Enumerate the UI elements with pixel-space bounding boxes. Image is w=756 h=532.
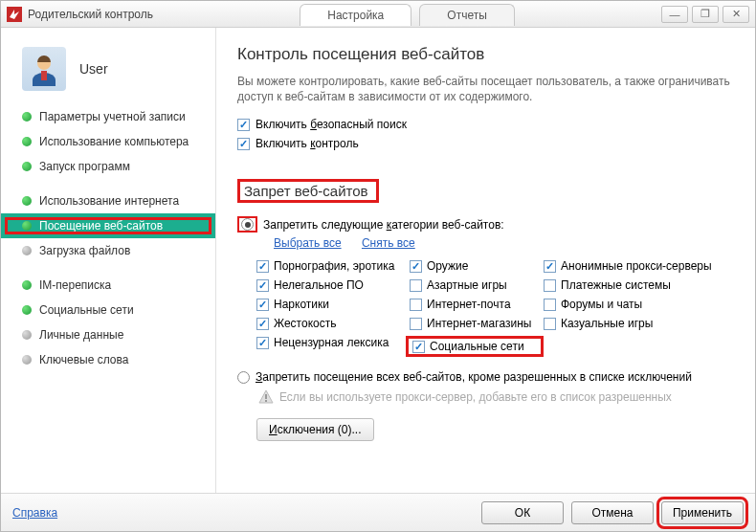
- tab-bar: Настройка Отчеты: [153, 3, 661, 25]
- category-item[interactable]: Нецензурная лексика: [256, 336, 410, 349]
- category-label: Казуальные игры: [561, 317, 653, 330]
- tab-settings[interactable]: Настройка: [300, 4, 411, 26]
- category-links: Выбрать все Снять все: [274, 236, 734, 250]
- category-checkbox[interactable]: [412, 341, 425, 353]
- status-dot-icon: [22, 196, 32, 206]
- category-item[interactable]: Нелегальное ПО: [256, 278, 410, 292]
- sidebar-item-label: Использование компьютера: [39, 135, 189, 148]
- status-dot-icon: [22, 355, 32, 365]
- select-all-link[interactable]: Выбрать все: [274, 236, 342, 250]
- category-checkbox[interactable]: [544, 299, 556, 311]
- category-item[interactable]: Интернет-магазины: [410, 317, 544, 330]
- category-item[interactable]: Интернет-почта: [410, 298, 544, 311]
- content-area: Контроль посещения веб-сайтов Вы можете …: [216, 28, 755, 493]
- category-item[interactable]: Казуальные игры: [544, 317, 725, 330]
- sidebar-item[interactable]: Личные данные: [1, 322, 215, 347]
- category-item[interactable]: Порнография, эротика: [256, 259, 410, 273]
- category-item[interactable]: Платежные системы: [544, 278, 725, 292]
- sidebar-item[interactable]: Загрузка файлов: [1, 238, 215, 263]
- page-title: Контроль посещения веб-сайтов: [237, 45, 734, 64]
- clear-all-link[interactable]: Снять все: [362, 236, 415, 250]
- category-checkbox[interactable]: [256, 318, 269, 330]
- radio-block-categories-label: Запретить следующие категории веб-сайтов…: [263, 218, 504, 232]
- category-label: Порнография, эротика: [274, 259, 394, 273]
- radio-block-all-row[interactable]: Запретить посещение всех веб-сайтов, кро…: [237, 370, 734, 384]
- sidebar: User Параметры учетной записиИспользован…: [1, 28, 216, 493]
- category-checkbox[interactable]: [544, 279, 556, 292]
- titlebar: Родительский контроль Настройка Отчеты —…: [1, 1, 755, 28]
- svg-rect-2: [41, 71, 47, 80]
- block-section-title: Запрет веб-сайтов: [237, 179, 379, 203]
- category-label: Интернет-магазины: [427, 317, 531, 330]
- status-dot-icon: [22, 112, 32, 122]
- category-label: Оружие: [427, 259, 468, 273]
- category-item[interactable]: Форумы и чаты: [544, 298, 725, 311]
- status-dot-icon: [22, 246, 32, 255]
- sidebar-item[interactable]: IM-переписка: [1, 273, 215, 298]
- safe-search-checkbox[interactable]: [237, 119, 250, 131]
- safe-search-row[interactable]: Включить безопасный поиск: [237, 118, 734, 131]
- radio-block-categories-row[interactable]: Запретить следующие категории веб-сайтов…: [237, 216, 734, 233]
- enable-control-row[interactable]: Включить контроль: [237, 137, 734, 150]
- window-buttons: — ❐ ✕: [661, 6, 749, 23]
- category-col-2: ОружиеАзартные игрыИнтернет-почтаИнтерне…: [410, 259, 544, 357]
- status-dot-icon: [22, 221, 32, 231]
- category-label: Форумы и чаты: [561, 298, 642, 311]
- status-dot-icon: [22, 162, 32, 171]
- radio-highlight: [237, 216, 257, 233]
- sidebar-item[interactable]: Запуск программ: [1, 154, 215, 179]
- category-item[interactable]: Социальные сети: [406, 336, 544, 357]
- radio-block-all[interactable]: [237, 371, 250, 384]
- category-checkbox[interactable]: [256, 260, 269, 273]
- sidebar-item[interactable]: Параметры учетной записи: [1, 104, 215, 129]
- category-checkbox[interactable]: [410, 318, 422, 330]
- category-checkbox[interactable]: [256, 279, 269, 292]
- avatar: [22, 47, 66, 91]
- body: User Параметры учетной записиИспользован…: [1, 28, 755, 493]
- category-item[interactable]: Азартные игры: [410, 278, 544, 292]
- category-checkbox[interactable]: [410, 279, 422, 292]
- sidebar-item[interactable]: Использование интернета: [1, 188, 215, 213]
- sidebar-item-label: Посещение веб-сайтов: [39, 219, 163, 233]
- warning-icon: [258, 389, 274, 405]
- sidebar-item[interactable]: Ключевые слова: [1, 347, 215, 372]
- sidebar-item[interactable]: Использование компьютера: [1, 129, 215, 154]
- apply-button[interactable]: Применить: [661, 501, 744, 524]
- category-item[interactable]: Анонимные прокси-серверы: [544, 259, 725, 273]
- help-link[interactable]: Справка: [12, 506, 57, 520]
- minimize-button[interactable]: —: [661, 6, 688, 23]
- sidebar-item-label: Личные данные: [39, 328, 123, 342]
- app-logo-icon: [7, 7, 22, 22]
- category-label: Азартные игры: [427, 278, 507, 292]
- sidebar-item[interactable]: Социальные сети: [1, 298, 215, 322]
- category-item[interactable]: Наркотики: [256, 298, 410, 311]
- sidebar-item-label: Параметры учетной записи: [39, 110, 186, 123]
- category-checkbox[interactable]: [544, 318, 556, 330]
- category-label: Жестокость: [274, 317, 336, 330]
- category-checkbox[interactable]: [544, 260, 556, 273]
- user-name: User: [79, 61, 108, 77]
- radio-block-categories[interactable]: [241, 218, 254, 231]
- sidebar-item-label: Ключевые слова: [39, 353, 128, 366]
- close-button[interactable]: ✕: [723, 6, 749, 23]
- sidebar-item[interactable]: Посещение веб-сайтов: [1, 213, 215, 238]
- category-item[interactable]: Жестокость: [256, 317, 410, 330]
- maximize-button[interactable]: ❐: [692, 6, 719, 23]
- sidebar-list: Параметры учетной записиИспользование ко…: [1, 104, 215, 372]
- block-section: Запрет веб-сайтов: [237, 166, 734, 212]
- sidebar-item-label: Запуск программ: [39, 160, 130, 173]
- category-label: Интернет-почта: [427, 298, 511, 311]
- category-label: Социальные сети: [430, 340, 524, 353]
- category-checkbox[interactable]: [256, 337, 269, 349]
- category-checkbox[interactable]: [410, 260, 422, 273]
- exclusions-button[interactable]: Исключения (0)...: [256, 418, 374, 441]
- category-checkbox[interactable]: [256, 299, 269, 311]
- category-item[interactable]: Оружие: [410, 259, 544, 273]
- category-col-3: Анонимные прокси-серверыПлатежные систем…: [544, 259, 725, 357]
- category-grid: Порнография, эротикаНелегальное ПОНаркот…: [256, 259, 734, 357]
- enable-control-checkbox[interactable]: [237, 138, 250, 150]
- category-checkbox[interactable]: [410, 299, 422, 311]
- tab-reports[interactable]: Отчеты: [419, 4, 514, 26]
- ok-button[interactable]: ОК: [481, 501, 564, 524]
- cancel-button[interactable]: Отмена: [571, 501, 654, 524]
